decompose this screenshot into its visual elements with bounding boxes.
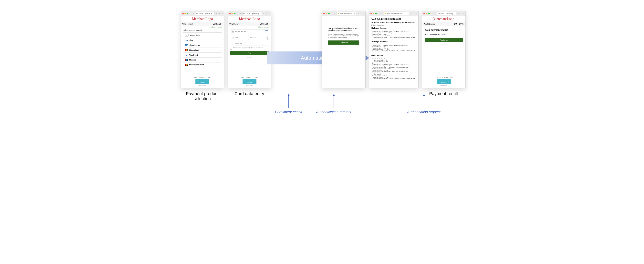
payment-option-maestro[interactable]: Maestro› bbox=[183, 57, 222, 62]
payment-option-label: Maestro bbox=[189, 59, 196, 61]
chevron-down-icon[interactable]: ▾ bbox=[222, 23, 222, 25]
card-icon bbox=[231, 31, 234, 33]
total-label: Total bbox=[182, 23, 186, 25]
nav-buttons[interactable]: ‹› bbox=[237, 13, 242, 15]
remember-checkbox[interactable]: Remember my details for future purchases bbox=[230, 47, 269, 50]
reload-icon[interactable]: ⟳ bbox=[357, 13, 359, 15]
tabs-icon[interactable]: ⧉ bbox=[269, 13, 270, 15]
payment-option-mc[interactable]: MasterCard Debit› bbox=[183, 62, 222, 67]
continue-button[interactable]: Continue bbox=[425, 38, 463, 42]
tabs-icon[interactable]: ⧉ bbox=[416, 13, 417, 15]
footer-privacy[interactable]: Privacy policy bbox=[181, 85, 224, 86]
reload-icon[interactable]: ⟳ bbox=[457, 13, 459, 15]
share-icon[interactable]: ⇧ bbox=[266, 13, 268, 15]
maximize-icon[interactable] bbox=[187, 13, 188, 14]
svg-rect-5 bbox=[232, 37, 234, 37]
payment-option-label: Diners Club bbox=[190, 34, 200, 36]
browser-chrome: ‹› Not Secure — payment.gl… ⟳ ⇧ ⧉ bbox=[422, 11, 466, 16]
browser-window-cardform: ‹› Not Secure — payment.gl… ⟳ ⇧ ⧉ Mercha… bbox=[228, 11, 271, 88]
browser-chrome: ‹› 🔒mpi-v2-simulation.int.v-p… ⟳ ⇧ ⧉ bbox=[322, 11, 365, 16]
maximize-icon[interactable] bbox=[234, 13, 236, 14]
cvv-help-icon[interactable]: ? bbox=[266, 37, 269, 40]
share-icon[interactable]: ⇧ bbox=[360, 13, 362, 15]
svg-rect-3 bbox=[232, 31, 234, 32]
callout-authz-request: Authorization request bbox=[406, 94, 442, 114]
payment-option-visa[interactable]: VISAVisa› bbox=[183, 38, 222, 43]
payment-option-mc[interactable]: MasterCard› bbox=[183, 48, 222, 53]
address-bar[interactable]: 🔒mpi-v2-simulation.int.v-p… bbox=[384, 12, 409, 15]
address-bar[interactable]: Not Secure — payment.gl… bbox=[242, 12, 262, 15]
cvv-field[interactable]: 123 bbox=[248, 35, 264, 40]
nav-buttons[interactable]: ‹› bbox=[190, 13, 194, 15]
back-icon: ‹ bbox=[190, 13, 192, 15]
rreq-json: { "acsRenderingType": { "acsInterface": … bbox=[371, 57, 417, 81]
cancel-button[interactable]: Cancel bbox=[230, 56, 269, 58]
continue-button[interactable]: Continue bbox=[328, 41, 359, 45]
lock-icon: 🔒 bbox=[338, 13, 339, 14]
tabs-icon[interactable]: ⧉ bbox=[363, 13, 364, 15]
chevron-down-icon[interactable]: ▾ bbox=[463, 23, 464, 25]
chevron-right-icon: › bbox=[220, 39, 220, 41]
close-icon[interactable] bbox=[182, 13, 184, 14]
footer-home[interactable]: Home bbox=[194, 77, 198, 78]
share-icon[interactable]: ⇧ bbox=[218, 13, 221, 15]
address-bar[interactable]: Not Secure — payment.gl… bbox=[436, 12, 456, 15]
tabs-icon[interactable]: ⧉ bbox=[463, 13, 464, 15]
continue-transaction-button[interactable]: Continue Transaction bbox=[371, 24, 417, 26]
footer-faq[interactable]: FAQ bbox=[208, 77, 211, 78]
browser-chrome: ‹› Not Secure — payment.gl… ⟳ ⇧ ⧉ bbox=[228, 11, 271, 16]
reload-icon[interactable]: ⟳ bbox=[216, 13, 218, 15]
reload-icon[interactable]: ⟳ bbox=[262, 13, 265, 15]
status-heading: Your payment status bbox=[425, 29, 463, 32]
total-bar: Total (1 item): EUR 1.00▾ bbox=[422, 22, 466, 26]
browser-window-result: ‹› Not Secure — payment.gl… ⟳ ⇧ ⧉ Mercha… bbox=[422, 11, 466, 88]
total-count: (1 item): bbox=[187, 23, 194, 25]
cardholder-field[interactable]: John Doe bbox=[230, 41, 269, 46]
callout-label: Authorization request bbox=[407, 110, 440, 114]
payment-option-visa[interactable]: VISAVisa Debit› bbox=[183, 53, 222, 57]
psp-badge: Payment processed byingenico bbox=[437, 79, 451, 84]
page-footer: HomeTerms of useFAQ Payment processed by… bbox=[422, 75, 466, 88]
address-text: Not Secure — payment.gl… bbox=[196, 13, 213, 14]
address-bar[interactable]: 🔒mpi-v2-simulation.int.v-p… bbox=[336, 12, 356, 15]
cres-heading: Challenge Response bbox=[371, 41, 417, 43]
checkbox-icon[interactable] bbox=[230, 47, 232, 50]
share-icon[interactable]: ⇧ bbox=[460, 13, 462, 15]
minimize-icon[interactable] bbox=[232, 13, 233, 14]
share-icon[interactable]: ⇧ bbox=[413, 13, 415, 15]
chevron-right-icon: › bbox=[220, 34, 220, 36]
chevron-down-icon[interactable]: ▾ bbox=[269, 23, 270, 25]
expiry-field[interactable]: MM/YY bbox=[230, 35, 247, 40]
forward-icon: › bbox=[192, 13, 194, 15]
payment-option-label: Visa Electron bbox=[189, 44, 200, 46]
svg-rect-6 bbox=[250, 37, 252, 38]
options-header: Select payment method bbox=[183, 29, 222, 31]
chevron-right-icon: › bbox=[220, 59, 220, 61]
browser-window-redirect: ‹› 🔒mpi-v2-simulation.int.v-p… ⟳ ⇧ ⧉ You… bbox=[322, 11, 366, 88]
payment-option-diners[interactable]: DDiners Club› bbox=[183, 33, 222, 38]
total-bar: Total (1 item): EUR 1.00▾ bbox=[228, 22, 271, 26]
tabs-icon[interactable]: ⧉ bbox=[222, 13, 223, 15]
chevron-right-icon: › bbox=[220, 44, 220, 46]
svg-rect-0 bbox=[210, 27, 211, 28]
callout-enrollment: Enrollment check bbox=[271, 94, 306, 114]
total-bar: Total (1 item): EUR 1.00▾ bbox=[181, 22, 224, 26]
reload-icon[interactable]: ⟳ bbox=[410, 13, 412, 15]
acs-title: ACS Challenge Simulator bbox=[371, 17, 417, 21]
close-icon[interactable] bbox=[229, 13, 231, 14]
minimize-icon[interactable] bbox=[184, 13, 186, 14]
psp-badge: Payment processed byingenico bbox=[242, 79, 256, 84]
card-form: •••• •••• •••• •••• VISA MM/YY 123 ? Joh… bbox=[228, 28, 271, 58]
pay-button[interactable]: Pay bbox=[230, 51, 269, 55]
lock-icon bbox=[210, 26, 212, 28]
chevron-right-icon: › bbox=[220, 54, 220, 56]
address-bar[interactable]: Not Secure — payment.gl… bbox=[195, 12, 215, 15]
page-footer: HomeTerms of useFAQ Payment processed by… bbox=[181, 75, 224, 88]
caption-step2: Card data entry bbox=[228, 91, 271, 96]
acs-status: AuthenticationOrAccountVerificationSucce… bbox=[371, 21, 417, 24]
card-number-field[interactable]: •••• •••• •••• •••• VISA bbox=[230, 29, 269, 34]
footer-terms[interactable]: Terms of use bbox=[199, 77, 207, 78]
payment-option-vise[interactable]: VISAVisa Electron› bbox=[183, 43, 222, 48]
caption-step1: Payment product selection bbox=[181, 91, 224, 101]
browser-chrome: ‹› 🔒mpi-v2-simulation.int.v-p… ⟳ ⇧ ⧉ bbox=[369, 11, 418, 16]
